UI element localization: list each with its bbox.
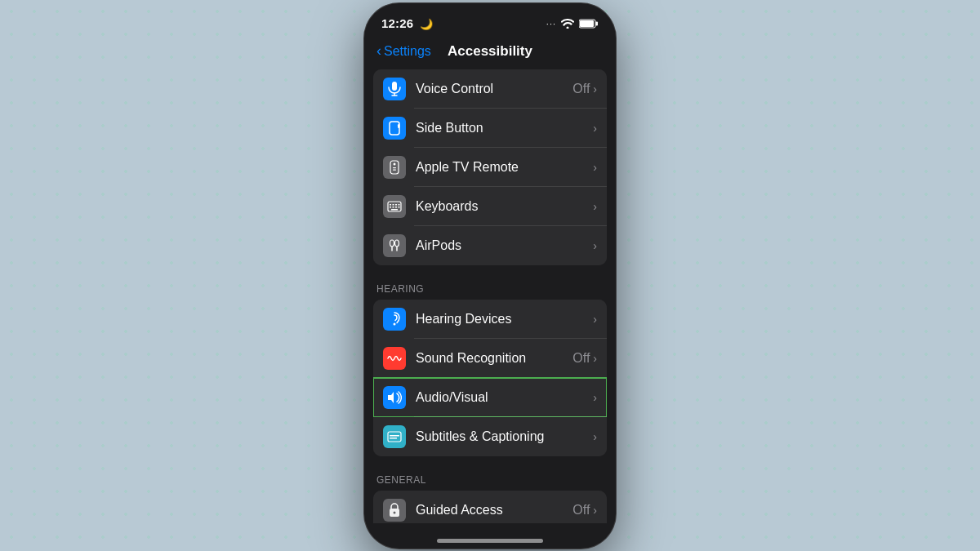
svg-rect-1: [580, 20, 594, 27]
hearing-devices-chevron: ›: [593, 313, 597, 326]
general-group: Guided Access Off › Siri ›: [373, 491, 607, 523]
svg-rect-7: [398, 124, 400, 128]
list-item-voice-control[interactable]: Voice Control Off ›: [373, 69, 607, 109]
list-item-side-button[interactable]: Side Button ›: [373, 109, 607, 148]
svg-rect-3: [392, 82, 397, 91]
svg-rect-27: [388, 432, 401, 442]
svg-point-31: [394, 511, 396, 513]
airpods-chevron: ›: [593, 239, 597, 252]
list-item-apple-tv-remote[interactable]: Apple TV Remote ›: [373, 148, 607, 187]
apple-tv-remote-icon: [383, 156, 406, 179]
nav-bar: ‹ Settings Accessibility: [363, 38, 617, 66]
hearing-group: Hearing Devices › Sound Recognition Off …: [373, 300, 607, 456]
voice-control-chevron: ›: [593, 82, 597, 96]
subtitles-captioning-chevron: ›: [593, 430, 597, 443]
interaction-group: Voice Control Off › Side Button ›: [373, 69, 607, 265]
audio-visual-chevron: ›: [593, 391, 597, 404]
hearing-section-header: HEARING: [363, 272, 617, 300]
hearing-devices-icon: [383, 308, 406, 331]
guided-access-value: Off: [572, 503, 590, 518]
airpods-icon: [383, 234, 406, 257]
list-item-guided-access[interactable]: Guided Access Off ›: [373, 491, 607, 523]
guided-access-icon: [383, 499, 406, 522]
airpods-label: AirPods: [416, 238, 593, 253]
general-section-header: GENERAL: [363, 463, 617, 491]
wifi-icon: [561, 19, 574, 29]
svg-rect-16: [399, 204, 400, 206]
signal-icon: ···: [546, 19, 556, 29]
back-label: Settings: [384, 44, 431, 59]
list-item-airpods[interactable]: AirPods ›: [373, 226, 607, 265]
back-button[interactable]: ‹ Settings: [376, 43, 431, 60]
svg-rect-17: [390, 207, 391, 208]
apple-tv-remote-chevron: ›: [593, 161, 597, 174]
keyboards-label: Keyboards: [416, 199, 593, 214]
sound-recognition-chevron: ›: [593, 352, 597, 365]
svg-rect-13: [390, 204, 391, 206]
list-item-keyboards[interactable]: Keyboards ›: [373, 187, 607, 226]
side-button-icon: [383, 117, 406, 140]
svg-rect-20: [399, 207, 400, 208]
svg-rect-6: [390, 122, 399, 135]
page-title: Accessibility: [448, 43, 532, 60]
sound-recognition-label: Sound Recognition: [416, 351, 572, 366]
home-indicator: [437, 539, 543, 543]
svg-point-24: [395, 240, 399, 247]
svg-point-9: [394, 162, 396, 165]
list-item-subtitles-captioning[interactable]: Subtitles & Captioning ›: [373, 417, 607, 456]
audio-visual-label: Audio/Visual: [416, 390, 593, 405]
list-item-hearing-devices[interactable]: Hearing Devices ›: [373, 300, 607, 339]
svg-rect-15: [395, 204, 397, 206]
voice-control-label: Voice Control: [416, 82, 572, 96]
svg-rect-11: [393, 169, 396, 170]
battery-icon: [579, 19, 599, 29]
subtitles-captioning-icon: [383, 425, 406, 448]
status-icons: ···: [546, 19, 599, 29]
svg-rect-10: [393, 167, 396, 168]
subtitles-captioning-label: Subtitles & Captioning: [416, 429, 593, 444]
svg-rect-2: [596, 21, 599, 25]
voice-control-value: Off: [572, 82, 590, 96]
sound-recognition-icon: [383, 347, 406, 370]
list-item-audio-visual[interactable]: Audio/Visual ›: [373, 378, 607, 417]
svg-rect-18: [393, 207, 394, 208]
svg-rect-29: [390, 438, 397, 439]
status-bar: 12:26 🌙 ···: [363, 2, 617, 38]
svg-rect-28: [390, 435, 399, 437]
hearing-devices-label: Hearing Devices: [416, 312, 593, 327]
guided-access-chevron: ›: [593, 504, 597, 517]
keyboards-chevron: ›: [593, 200, 597, 213]
list-item-sound-recognition[interactable]: Sound Recognition Off ›: [373, 339, 607, 378]
voice-control-icon: [383, 78, 406, 100]
svg-point-26: [394, 322, 396, 325]
svg-rect-21: [391, 209, 398, 211]
side-button-label: Side Button: [416, 121, 593, 136]
sound-recognition-value: Off: [572, 351, 590, 366]
svg-rect-19: [395, 207, 397, 208]
apple-tv-remote-label: Apple TV Remote: [416, 160, 593, 175]
svg-rect-14: [393, 204, 394, 206]
scroll-content[interactable]: Voice Control Off › Side Button ›: [363, 66, 617, 523]
side-button-chevron: ›: [593, 122, 597, 135]
moon-icon: 🌙: [420, 18, 433, 30]
status-time: 12:26 🌙: [381, 16, 433, 30]
phone-frame: 12:26 🌙 ··· ‹ Settings Accessibility: [363, 2, 617, 549]
guided-access-label: Guided Access: [416, 503, 572, 518]
keyboards-icon: [383, 195, 406, 218]
audio-visual-icon: [383, 386, 406, 409]
svg-point-22: [390, 240, 394, 247]
back-chevron-icon: ‹: [376, 42, 381, 60]
